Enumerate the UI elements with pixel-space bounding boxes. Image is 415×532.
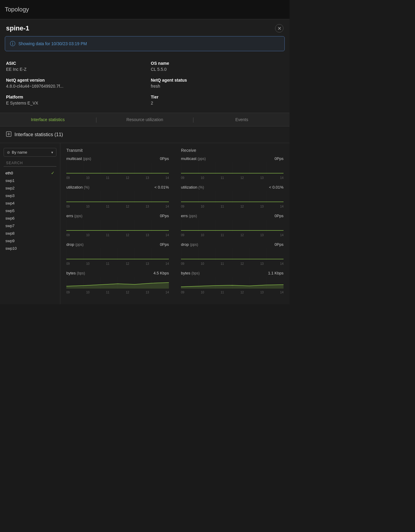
rx-bytes-label: bytes (bps) (181, 271, 200, 275)
tx-multicast-sparkline: 09 10 11 12 13 14 (66, 163, 169, 178)
rx-drop-sparkline: 09 10 11 12 13 14 (181, 249, 284, 264)
rx-bytes-x-axis: 09 10 11 12 13 14 (181, 290, 284, 295)
tab-resource-utilization[interactable]: Resource utilization (97, 113, 193, 126)
tier-label: Tier (151, 95, 284, 99)
asic-value: EE Inc E-Z (6, 67, 139, 72)
tx-bytes-x-axis: 09 10 11 12 13 14 (66, 290, 169, 295)
rx-errs-chart: errs (pps) 0Pps 09 10 11 (181, 214, 284, 235)
tier-group: Tier 2 (151, 95, 284, 105)
os-name-label: OS name (151, 61, 284, 66)
netq-status-group: NetQ agent status fresh (151, 78, 284, 89)
list-item[interactable]: swp5 (4, 207, 56, 214)
tx-errs-value: 0Pps (160, 214, 169, 218)
topology-header: Topology (0, 0, 290, 19)
filter-icon: ⊘ (7, 150, 10, 155)
tx-multicast-chart: multicast (pps) 0Pps (66, 156, 169, 178)
interface-name: swp1 (5, 178, 14, 183)
netq-status-label: NetQ agent status (151, 78, 284, 83)
rx-errs-x-axis: 09 10 11 12 13 14 (181, 233, 284, 237)
tx-bytes-chart: bytes (bps) 4.5 Kbps 09 10 (66, 271, 169, 292)
asic-label: ASIC (6, 61, 139, 66)
stats-section-header: Interface statistics (11) (0, 127, 290, 143)
list-item[interactable]: swp8 (4, 230, 56, 237)
charts-area: Transmit multicast (pps) 0Pps (60, 143, 290, 304)
close-icon: ✕ (277, 26, 281, 31)
receive-header: Receive (181, 148, 284, 156)
rx-bytes-sparkline: 09 10 11 12 13 14 (181, 277, 284, 292)
tx-drop-value: 0Pps (160, 242, 169, 247)
rx-utilization-value: < 0.01% (269, 185, 284, 189)
netq-version-group: NetQ agent version 4.8.0-cl4u44~16976499… (6, 78, 139, 89)
rx-utilization-x-axis: 09 10 11 12 13 14 (181, 204, 284, 209)
filter-label: By name (12, 150, 49, 155)
interface-name: swp3 (5, 193, 14, 198)
svg-rect-3 (66, 191, 169, 203)
stats-section: Interface statistics (11) ⊘ By name ▾ et… (0, 127, 290, 304)
list-item[interactable]: swp4 (4, 199, 56, 207)
platform-group: Platform E Systems E_VX (6, 95, 139, 105)
topology-title: Topology (5, 6, 29, 13)
list-item[interactable]: eth0 ✓ (4, 169, 56, 177)
svg-rect-11 (181, 249, 284, 261)
svg-rect-8 (181, 163, 284, 175)
node-panel: spine-1 ✕ ⓘ Showing data for 10/30/23 03… (0, 19, 290, 127)
filter-dropdown[interactable]: ⊘ By name ▾ (4, 148, 56, 157)
asic-group: ASIC EE Inc E-Z (6, 61, 139, 72)
tx-utilization-label: utilization (%) (66, 185, 89, 189)
list-item[interactable]: swp9 (4, 237, 56, 245)
tx-drop-label: drop (pps) (66, 242, 84, 247)
rx-drop-value: 0Pps (274, 242, 284, 247)
transmit-header: Transmit (66, 148, 169, 156)
tx-multicast-label: multicast (pps) (66, 156, 91, 161)
rx-utilization-sparkline: 09 10 11 12 13 14 (181, 191, 284, 206)
tx-bytes-sparkline: 09 10 11 12 13 14 (66, 277, 169, 292)
list-item[interactable]: swp10 (4, 245, 56, 252)
info-circle-icon: ⓘ (10, 40, 15, 47)
tx-multicast-value: 0Pps (160, 156, 169, 161)
rx-drop-x-axis: 09 10 11 12 13 14 (181, 261, 284, 266)
tx-utilization-x-axis: 09 10 11 12 13 14 (66, 204, 169, 209)
stats-title: Interface statistics (11) (14, 132, 63, 137)
interface-name: swp2 (5, 186, 14, 190)
node-name: spine-1 (6, 24, 29, 32)
list-item[interactable]: swp7 (4, 222, 56, 230)
device-info: ASIC EE Inc E-Z OS name CL 5.5.0 NetQ ag… (0, 56, 290, 113)
tx-drop-sparkline: 09 10 11 12 13 14 (66, 249, 169, 264)
close-button[interactable]: ✕ (275, 24, 284, 33)
stats-content: ⊘ By name ▾ eth0 ✓ swp1 swp2 swp3 (0, 143, 290, 304)
tab-events[interactable]: Events (194, 113, 290, 126)
expand-icon (6, 131, 11, 138)
interface-search-input[interactable] (4, 160, 56, 167)
interface-list: eth0 ✓ swp1 swp2 swp3 swp4 swp5 (4, 169, 56, 252)
rx-drop-chart: drop (pps) 0Pps 09 10 11 (181, 242, 284, 264)
tx-multicast-x-axis: 09 10 11 12 13 14 (66, 176, 169, 180)
tx-utilization-chart: utilization (%) < 0.01% 09 10 11 (66, 185, 169, 206)
interface-name: swp6 (5, 216, 14, 221)
rx-bytes-value: 1.1 Kbps (268, 271, 284, 275)
interface-name: swp7 (5, 224, 14, 228)
tx-drop-chart: drop (pps) 0Pps 09 10 11 (66, 242, 169, 264)
interface-name: swp10 (5, 246, 17, 251)
svg-rect-9 (181, 191, 284, 203)
list-item[interactable]: swp1 (4, 177, 56, 184)
interface-name: swp5 (5, 208, 14, 213)
tx-utilization-value: < 0.01% (154, 185, 169, 189)
rx-multicast-label: multicast (pps) (181, 156, 206, 161)
list-item[interactable]: swp3 (4, 192, 56, 199)
platform-value: E Systems E_VX (6, 101, 139, 105)
tab-interface-statistics[interactable]: Interface statistics (0, 113, 96, 126)
tier-value: 2 (151, 101, 284, 105)
list-item[interactable]: swp2 (4, 184, 56, 192)
list-item[interactable]: swp6 (4, 214, 56, 222)
info-banner: ⓘ Showing data for 10/30/23 03:19 PM (5, 36, 285, 51)
interface-sidebar: ⊘ By name ▾ eth0 ✓ swp1 swp2 swp3 (0, 143, 60, 304)
tx-errs-label: errs (pps) (66, 214, 82, 218)
os-name-group: OS name CL 5.5.0 (151, 61, 284, 72)
tx-drop-x-axis: 09 10 11 12 13 14 (66, 261, 169, 266)
netq-version-label: NetQ agent version (6, 78, 139, 83)
svg-rect-4 (66, 220, 169, 232)
chart-columns: Transmit multicast (pps) 0Pps (66, 148, 284, 299)
tab-bar: Interface statistics | Resource utilizat… (0, 113, 290, 127)
tx-errs-sparkline: 09 10 11 12 13 14 (66, 220, 169, 235)
check-icon: ✓ (51, 171, 55, 175)
